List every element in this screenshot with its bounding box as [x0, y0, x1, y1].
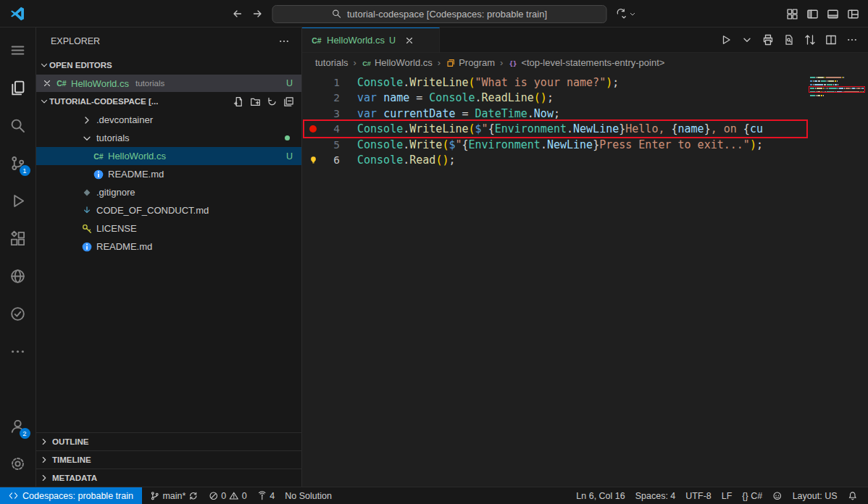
breadcrumb-1[interactable]: C#HelloWorld.cs — [362, 57, 433, 68]
status-bar: Codespaces: probable train main*004No So… — [0, 487, 868, 504]
symbol-namespace-icon: {} — [508, 58, 518, 68]
code-line-1[interactable]: 1Console.WriteLine("What is your name?")… — [302, 75, 868, 91]
code-area[interactable]: 1Console.WriteLine("What is your name?")… — [302, 72, 868, 487]
compare-button[interactable] — [804, 34, 816, 46]
tree-item-.gitignore[interactable]: .gitignore — [36, 183, 301, 201]
activity-settings[interactable] — [0, 445, 36, 482]
activity-explorer[interactable] — [0, 69, 36, 106]
debug-icon — [9, 193, 26, 209]
open-editors-header[interactable]: OPEN EDITORS — [36, 55, 301, 75]
activity-more[interactable] — [0, 332, 36, 370]
status-ports[interactable]: 4 — [252, 487, 280, 504]
ellipsis-button[interactable] — [846, 34, 858, 46]
activity-source-control[interactable]: 1 — [0, 144, 36, 182]
status-problems[interactable]: 00 — [204, 487, 252, 504]
panel-label: METADATA — [52, 474, 97, 482]
panel-timeline[interactable]: TIMELINE — [36, 450, 301, 469]
panel-metadata[interactable]: METADATA — [36, 469, 301, 487]
toggle-panel-button[interactable] — [827, 8, 839, 20]
chevron-down-button[interactable] — [741, 34, 753, 46]
search-icon — [332, 9, 342, 19]
arrow-right-button[interactable] — [252, 8, 264, 20]
toggle-sidebar-button[interactable] — [806, 8, 819, 20]
close-icon[interactable] — [42, 78, 52, 88]
tab-helloworld[interactable]: C# HelloWorld.cs U — [302, 28, 440, 52]
status-branch[interactable]: main* — [145, 487, 204, 504]
refresh-button[interactable] — [267, 96, 277, 107]
sidebar-title: EXPLORER — [51, 36, 100, 46]
status-language-mode[interactable]: {} C# — [737, 487, 767, 504]
menu-icon — [9, 42, 26, 59]
status-remote-indicator[interactable]: Codespaces: probable train — [0, 487, 142, 504]
badge-accounts: 2 — [20, 428, 30, 439]
command-center[interactable]: tutorial-codespace [Codespaces: probable… — [272, 5, 607, 23]
breadcrumbs: tutorials›C#HelloWorld.cs›Program›{}<top… — [302, 53, 868, 72]
split-editor-icon — [825, 34, 837, 46]
tree-label: .gitignore — [96, 187, 135, 198]
status-eol[interactable]: LF — [717, 487, 738, 504]
editor-group: C# HelloWorld.cs U tutorials›C#HelloWorl… — [302, 28, 868, 487]
status-notifications[interactable] — [843, 487, 863, 504]
chevron-right-icon — [39, 455, 49, 465]
tree-item-readme.md[interactable]: README.md — [36, 238, 301, 256]
status-solution[interactable]: No Solution — [280, 487, 337, 504]
breadcrumb-separator: › — [438, 57, 441, 68]
tree-item-code_of_conduct.md[interactable]: CODE_OF_CONDUCT.md — [36, 201, 301, 219]
grid-button[interactable] — [786, 8, 798, 20]
status-encoding[interactable]: UTF-8 — [680, 487, 716, 504]
breadcrumb-2[interactable]: Program — [446, 57, 495, 68]
status-cursor-position[interactable]: Ln 6, Col 16 — [571, 487, 630, 504]
ports-icon — [257, 491, 267, 501]
new-folder-button[interactable] — [250, 96, 261, 107]
code-line-6[interactable]: 6Console.Read(); — [302, 153, 868, 169]
codespaces-menu-button[interactable] — [616, 8, 637, 20]
tree-item-.devcontainer[interactable]: .devcontainer — [36, 111, 301, 129]
breadcrumb-0[interactable]: tutorials — [315, 57, 349, 68]
breadcrumb-3[interactable]: {}<top-level-statements-entry-point> — [508, 57, 664, 68]
activity-run-debug[interactable] — [0, 182, 36, 219]
breakpoint-icon[interactable] — [309, 125, 317, 133]
ellipsis-icon — [9, 343, 26, 360]
print-button[interactable] — [762, 34, 774, 46]
statusbar-right: Ln 6, Col 16Spaces: 4UTF-8LF{} C#Layout:… — [571, 487, 862, 504]
panel-label: TIMELINE — [52, 455, 91, 464]
ellipsis-icon[interactable] — [278, 35, 290, 47]
activity-extensions[interactable] — [0, 219, 36, 257]
files-icon — [9, 80, 26, 96]
new-file-button[interactable] — [233, 96, 244, 107]
tree-item-tutorials[interactable]: tutorials — [36, 129, 301, 147]
split-editor-button[interactable] — [825, 34, 837, 46]
status-copilot[interactable] — [767, 487, 788, 504]
lightbulb-icon[interactable] — [308, 155, 319, 166]
status-indentation[interactable]: Spaces: 4 — [630, 487, 681, 504]
run-button[interactable] — [720, 34, 732, 46]
svg-text:C#: C# — [57, 79, 67, 88]
code-line-3[interactable]: 3var currentDate = DateTime.Now; — [302, 106, 868, 122]
tree-item-license[interactable]: LICENSE — [36, 219, 301, 238]
code-line-4[interactable]: 4Console.WriteLine($"{Environment.NewLin… — [302, 122, 868, 138]
vscode-logo — [9, 6, 25, 22]
panel-outline[interactable]: OUTLINE — [36, 432, 301, 450]
collapse-all-button[interactable] — [283, 96, 294, 107]
customize-layout-button[interactable] — [847, 8, 859, 20]
customize-layout-icon — [847, 8, 859, 20]
gear-icon — [9, 455, 26, 472]
tree-label: CODE_OF_CONDUCT.md — [96, 205, 209, 216]
chevron-right-icon — [39, 473, 49, 483]
workspace-header[interactable]: TUTORIAL-CODESPACE [... — [36, 92, 301, 111]
activity-menu[interactable] — [0, 31, 36, 69]
tree-item-helloworld.cs[interactable]: C#HelloWorld.csU — [36, 147, 301, 165]
open-editor-item[interactable]: C# HelloWorld.cs tutorials U — [36, 75, 301, 92]
activity-testing[interactable] — [0, 295, 36, 332]
activity-remote-explorer[interactable] — [0, 257, 36, 295]
close-icon[interactable] — [404, 35, 414, 46]
arrow-left-button[interactable] — [232, 8, 243, 20]
status-keyboard-layout[interactable]: Layout: US — [788, 487, 843, 504]
search-doc-button[interactable] — [783, 34, 795, 46]
code-line-5[interactable]: 5Console.Write($"{Environment.NewLine}Pr… — [302, 137, 868, 153]
activity-accounts[interactable]: 2 — [0, 407, 36, 445]
code-line-2[interactable]: 2var name = Console.ReadLine(); — [302, 91, 868, 106]
git-icon — [81, 187, 93, 198]
tree-item-readme.md[interactable]: README.md — [36, 165, 301, 183]
activity-search[interactable] — [0, 106, 36, 144]
